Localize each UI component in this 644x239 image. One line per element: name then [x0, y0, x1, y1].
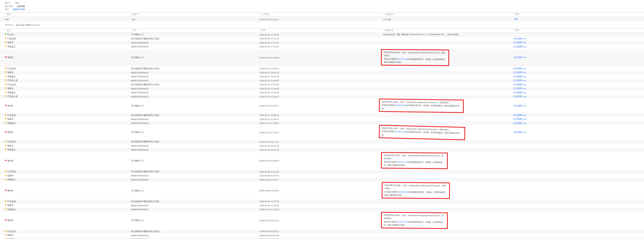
attachment-zip-link[interactable]: 补充资料1.zip — [513, 105, 526, 107]
status-dot-icon — [5, 200, 6, 202]
version-number-value: 1.00 — [15, 2, 19, 5]
service-phone-link[interactable]: 400-876-946 — [397, 221, 408, 223]
status-cell: 被拒绝 — [0, 219, 126, 222]
review-table-row: 打包完成 长沙创想软件服务有限公司(蓝) 2023-09-11 16:17:51 — [0, 140, 644, 144]
attachment-zip-link[interactable]: 补充资料1.zip — [513, 122, 526, 124]
status-dot-icon — [5, 91, 6, 93]
status-cell: 打包完成 — [0, 140, 126, 143]
service-phone-link[interactable]: 400-876-946 — [397, 58, 408, 60]
action-cell: 补充资料1.zip — [509, 118, 644, 121]
attachment-zip-link[interactable]: 补充资料1.zip — [513, 114, 526, 116]
status-dot-icon — [5, 170, 6, 172]
time-cell: 2023-09-24 17:12:39 — [255, 38, 378, 40]
attachment-zip-link[interactable]: 补充资料1.zip — [513, 38, 526, 40]
package-header-upload-time: 上传时间 — [255, 13, 378, 16]
red-annotation-box: 您的应用“蓝山语音”（包名：dongminghe.qingliangzhuezh… — [381, 152, 448, 169]
review-header-time: 时间 — [255, 29, 378, 32]
reject-opinion-line2: 如有疑问请拨打400-876-946咨询客服协助处理，并根据《应用审核规范》修改… — [384, 220, 445, 227]
attachment-zip-link[interactable]: 补充资料1.zip — [513, 91, 526, 94]
service-phone-link[interactable]: 400-876-946 — [397, 161, 408, 163]
attachment-zip-link[interactable]: 补充资料1.zip — [513, 95, 526, 97]
time-cell: 2023-09-14 17:02:35 — [255, 91, 378, 94]
user-cell: 长沙创想软件服务有限公司(蓝) — [126, 37, 255, 40]
attachment-zip-link[interactable]: 补充资料1.zip — [513, 131, 526, 133]
red-annotation-box: 您的应用“蓝山语音”（包名：dongminghe.qingliangzhuezh… — [381, 212, 448, 229]
version-type-line: 版本类型 全量更新 — [5, 5, 644, 8]
review-table-row: 准备提交 006617979AGKG2 2023-09-10 16:12:25 — [0, 148, 644, 152]
attachment-zip-link[interactable]: 补充资料1.zip — [513, 41, 526, 43]
review-table-row: 打包完成 长沙创想软件服务有限公司(蓝) 2023-09-06 21:52:13 — [0, 230, 644, 234]
attachment-zip-link[interactable]: 补充资料1.zip — [513, 46, 526, 48]
user-cell: 006617979AGKG2 — [126, 46, 255, 48]
user-cell: 006617979AGKG2 — [126, 145, 255, 147]
user-cell: 006617979AGKG2 — [126, 72, 255, 74]
user-cell: 华为审核人员 — [126, 56, 255, 59]
action-cell: 补充资料1.zip — [509, 37, 644, 40]
status-dot-icon — [5, 105, 6, 106]
user-cell: 长沙创想软件服务有限公司(蓝) — [126, 170, 255, 173]
time-cell: 2023-09-06 21:52:13 — [255, 230, 378, 232]
service-phone-link[interactable]: 400-876-946 — [395, 104, 406, 106]
review-table-row: 打包完成 长沙创想软件服务有限公司(蓝) 2023-09-12 15:50:03… — [0, 113, 644, 117]
user-cell: 006617979AGKG2 — [126, 205, 255, 207]
attachment-zip-link[interactable]: 补充资料1.zip — [513, 67, 526, 70]
user-cell: 华为审核人员 — [126, 104, 255, 107]
time-cell: 2023-09-09 11:05:47 — [255, 179, 378, 181]
status-label: 准备提交 — [7, 178, 16, 181]
status-label: 提审中 — [7, 204, 14, 206]
review-table-row: 提审中 006617979AGKG2 2023-09-07 17:16:35 — [0, 204, 644, 208]
status-label: 提审中 — [7, 234, 14, 236]
action-cell: 补充资料1.zip — [509, 79, 644, 82]
attachment-zip-link[interactable]: 补充资料1.zip — [513, 83, 526, 86]
review-table-row: 准备提交 006617979AGKG2 2023-09-09 11:05:47 — [0, 178, 644, 182]
review-table-row: 被拒绝 华为审核人员 2023-09-08 19:29:09 您的应用“蓝山语音… — [0, 182, 644, 199]
review-table-row: 提审中 006617979AGKG2 2023-09-24 17:11:57 补… — [0, 41, 644, 45]
review-table-row: 打包完成 长沙创想软件服务有限公司(蓝) 2023-09-14 17:11:52… — [0, 82, 644, 87]
action-cell: 补充资料1.zip — [509, 71, 644, 74]
attachment-zip-link[interactable]: 补充资料1.zip — [513, 118, 526, 120]
opinion-cell: 您的应用“蓝山语音”（包名：dongminghe.qingliangzhuezh… — [378, 152, 509, 169]
status-cell: 打包完成 — [0, 37, 126, 40]
time-cell: 2023-09-10 12:25:05 — [255, 160, 378, 162]
time-cell: 2023-09-17 14:51:09 — [255, 75, 378, 78]
status-label: 打包完成 — [7, 200, 16, 202]
attachment-zip-link[interactable]: 补充资料1.zip — [513, 87, 526, 89]
status-dot-icon — [5, 38, 6, 39]
opinion-cell: 您的应用“蓝山语音”（包名：dongminghe.qingliangzhuezh… — [378, 212, 509, 229]
status-label: 准备提交 — [7, 46, 16, 48]
status-cell: 提审中 — [0, 174, 126, 177]
time-cell: 2023-09-17 14:52:25 — [255, 67, 378, 70]
review-table-row: 被拒绝 华为审核人员 2023-09-20 14:26:08 您的应用“蓝山语音… — [0, 49, 644, 66]
review-table-row: 提审中 006617979AGKG2 2023-09-14 17:10:42 补… — [0, 87, 644, 91]
version-type-label: 版本类型 — [5, 5, 13, 8]
status-dot-icon — [5, 56, 6, 58]
red-annotation-box: 您的应用“蓝山语音”（包名：dongminghe.qingliangzhuezh… — [381, 49, 449, 66]
status-dot-icon — [5, 208, 6, 210]
attachment-zip-link[interactable]: 补充资料1.zip — [513, 56, 526, 58]
attachment-zip-link[interactable]: 补充资料1.zip — [513, 75, 526, 78]
service-phone-link[interactable]: 400-876-946 — [395, 130, 406, 133]
status-dot-icon — [5, 75, 6, 77]
review-table-row: 提审中 006617979AGKG2 2023-09-09 11:07:24 — [0, 174, 644, 178]
status-label: 准备提交 — [7, 149, 16, 151]
review-table-row: 准备提交 006617979AGKG2 2023-09-06 20:19:36 — [0, 238, 644, 239]
action-cell: 补充资料1.zip — [509, 87, 644, 90]
action-cell: 补充资料1.zip — [509, 131, 644, 134]
opinion-cell: 恭喜您的应用：适配“鸿蒙系统” HarmonyOS 2.0.1.2（HUAWEI… — [378, 33, 509, 36]
status-cell: 打包完成 — [0, 230, 126, 233]
channel-label: 发布渠道： — [5, 24, 15, 26]
opinion-cell: 您的应用“蓝山语音”（包名：dongminghe.qingliangzhuezh… — [378, 182, 509, 199]
attachment-detail-link[interactable]: 查看附件详情 — [13, 8, 25, 11]
attachment-zip-link[interactable]: 补充资料1.zip — [513, 79, 526, 81]
opinion-cell: 您的应用“蓝山语音”（包名：dongminghe.qingliangzhuezh… — [378, 125, 509, 140]
reject-opinion-line1: 您的应用“蓝山语音”（包名：dongminghe.qingliangzhuezh… — [385, 184, 447, 191]
attachment-zip-link[interactable]: 补充资料1.zip — [513, 71, 526, 73]
action-cell: 补充资料1.zip — [509, 75, 644, 78]
service-phone-link[interactable]: 400-876-946 — [398, 191, 408, 193]
status-cell: 准备提交 — [0, 178, 126, 181]
review-table-row: 提审中 006617979AGKG2 2023-09-06 20:21:08 — [0, 233, 644, 238]
download-link[interactable]: 下载 — [513, 18, 518, 20]
user-cell: 华为审核人员 — [126, 189, 255, 192]
reject-opinion-line2: 如有疑问请拨打400-876-946咨询客服协助处理，并根据《应用审核规范》修改… — [382, 104, 461, 111]
status-dot-icon — [5, 141, 6, 142]
